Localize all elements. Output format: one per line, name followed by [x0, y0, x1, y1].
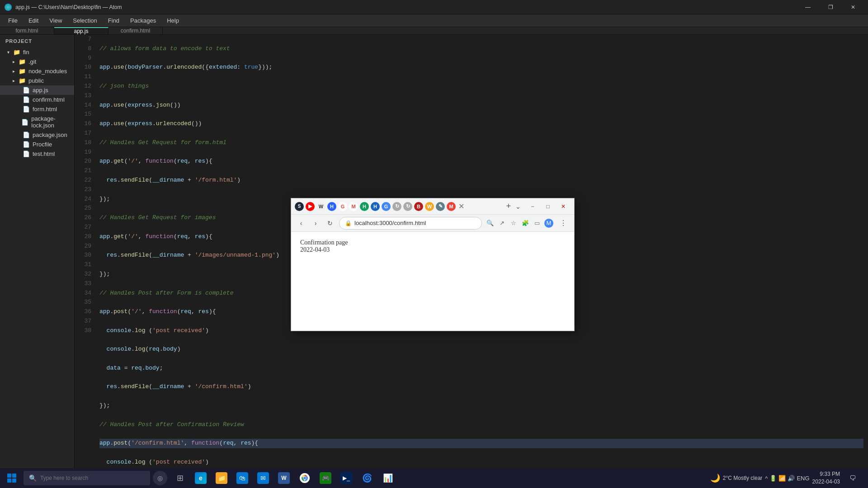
cortana-button[interactable]: ◎: [153, 471, 167, 485]
browser-tab-r2[interactable]: ↻: [403, 202, 412, 211]
code-line-12: // Handles Get Request for form.html: [99, 138, 863, 148]
taskbar-store[interactable]: 🛍: [232, 468, 252, 488]
search-input[interactable]: [40, 475, 144, 481]
menu-view[interactable]: View: [45, 15, 66, 26]
sidebar-item-label: confirm.html: [33, 96, 65, 103]
browser-tab-new: + ⌄: [504, 202, 523, 211]
browser-search-icon[interactable]: 🔍: [486, 219, 495, 228]
menu-file[interactable]: File: [4, 15, 22, 26]
browser-nav-bar: ‹ › ↻ 🔒 localhost:3000/confirm.html 🔍 ↗ …: [291, 215, 574, 232]
taskbar-task-view[interactable]: ⊞: [170, 468, 190, 488]
browser-tab-r1[interactable]: ↻: [392, 202, 401, 211]
taskbar-search-bar[interactable]: 🔍: [24, 471, 150, 485]
taskbar-edge[interactable]: e: [191, 468, 211, 488]
browser-tab-h3[interactable]: H: [371, 202, 380, 211]
sidebar-item-git[interactable]: ▸ 📁 .git: [0, 57, 74, 66]
sidebar-item-label: package-lock.json: [31, 115, 71, 129]
browser-tab-steam[interactable]: S: [295, 202, 304, 211]
terminal-icon: ▶_: [340, 472, 352, 484]
browser-close-tab[interactable]: ✕: [458, 202, 464, 211]
maximize-button[interactable]: ❐: [820, 0, 841, 14]
taskbar-mail[interactable]: ✉: [253, 468, 273, 488]
taskbar: 🔍 ◎ ⊞ e 📁 🛍 ✉: [0, 468, 868, 488]
tab-app-js[interactable]: app.js: [54, 27, 108, 34]
code-line-14: res.sendFile(__dirname + '/form.html'): [99, 176, 863, 185]
tab-expand-button[interactable]: ⌄: [514, 203, 523, 210]
menu-edit[interactable]: Edit: [24, 15, 43, 26]
tab-confirm-html[interactable]: confirm.html: [108, 27, 163, 34]
tray-expand[interactable]: ^: [765, 475, 768, 482]
taskbar-explorer[interactable]: 📁: [212, 468, 231, 488]
browser-url-bar[interactable]: 🔒 localhost:3000/confirm.html: [339, 217, 482, 230]
volume-icon[interactable]: 🔊: [788, 475, 795, 482]
file-icon: 📄: [23, 150, 30, 157]
browser-bookmark-icon[interactable]: ☆: [509, 219, 518, 228]
date-display: 2022-04-03: [812, 478, 840, 486]
browser-back-button[interactable]: ‹: [296, 218, 307, 229]
browser-maximize-button[interactable]: □: [541, 200, 555, 213]
browser-tab-brave[interactable]: B: [414, 202, 423, 211]
sidebar-item-package[interactable]: 📄 package.json: [0, 130, 74, 140]
browser-close-button[interactable]: ✕: [556, 200, 571, 213]
sidebar-item-fin[interactable]: ▾ 📁 fin: [0, 47, 74, 57]
sidebar-item-public[interactable]: ▸ 📁 public: [0, 76, 74, 85]
browser-tab-g-mail[interactable]: G: [338, 202, 347, 211]
browser-menu-button[interactable]: ⋮: [557, 217, 570, 230]
sidebar-item-node-modules[interactable]: ▸ 📁 node_modules: [0, 66, 74, 76]
chevron-right-icon: ▸: [13, 59, 15, 64]
browser-tab-youtube[interactable]: ▶: [306, 202, 315, 211]
sidebar-item-package-lock[interactable]: 📄 package-lock.json: [0, 114, 74, 130]
minimize-button[interactable]: —: [797, 0, 818, 14]
sidebar-item-confirm-html[interactable]: 📄 confirm.html: [0, 95, 74, 104]
browser-title-bar: S ▶ W H G M H H G ↻ ↻ B W ✎ M ✕ + ⌄ − □ …: [291, 198, 574, 215]
close-button[interactable]: ✕: [843, 0, 863, 14]
browser-tab-google[interactable]: G: [382, 202, 391, 211]
sidebar-item-app-js[interactable]: 📄 app.js: [0, 85, 74, 95]
word-icon: W: [278, 472, 290, 484]
sidebar-item-procfile[interactable]: 📄 Procfile: [0, 140, 74, 149]
sidebar-item-label: test.html: [33, 150, 55, 157]
browser-sidebar-icon[interactable]: ▭: [533, 219, 542, 228]
browser-content: Confirmation page 2022-04-03: [291, 232, 574, 331]
menu-packages[interactable]: Packages: [126, 15, 160, 26]
clock[interactable]: 9:33 PM 2022-04-03: [812, 470, 840, 486]
browser-tab-maps[interactable]: M: [349, 202, 358, 211]
file-icon: 📄: [23, 87, 30, 94]
menu-selection[interactable]: Selection: [68, 15, 101, 26]
browser-tab-h2[interactable]: H: [360, 202, 369, 211]
sidebar: Project ▾ 📁 fin ▸ 📁 .git ▸ 📁 node_module…: [0, 35, 75, 470]
weather-widget[interactable]: 🌙 2°C Mostly clear: [710, 473, 763, 483]
taskbar-unknown[interactable]: 📊: [378, 468, 398, 488]
notification-center[interactable]: 🗨: [843, 468, 863, 488]
browser-forward-button[interactable]: ›: [310, 218, 321, 229]
browser-extension-icon[interactable]: 🧩: [521, 219, 530, 228]
browser-tab-w[interactable]: W: [316, 202, 326, 211]
taskbar-chrome[interactable]: [295, 468, 315, 488]
browser-minimize-button[interactable]: −: [525, 200, 540, 213]
taskbar-terminal[interactable]: ▶_: [336, 468, 356, 488]
new-tab-button[interactable]: +: [504, 202, 513, 211]
browser-profile-icon[interactable]: M: [544, 219, 553, 228]
browser-tab-h1[interactable]: H: [327, 202, 336, 211]
sidebar-item-form-html[interactable]: 📄 form.html: [0, 104, 74, 114]
menu-help[interactable]: Help: [162, 15, 184, 26]
start-button[interactable]: [2, 468, 22, 488]
menu-find[interactable]: Find: [104, 15, 124, 26]
sidebar-item-test-html[interactable]: 📄 test.html: [0, 149, 74, 159]
system-tray: ^ 🔋 📶 🔊 ENG: [765, 475, 809, 482]
browser-share-icon[interactable]: ↗: [497, 219, 506, 228]
file-icon: 📄: [23, 96, 30, 103]
browser-tab-wikiwand[interactable]: W: [425, 202, 434, 211]
task-view-icon: ⊞: [177, 473, 184, 483]
title-bar-left: app.js — C:\Users\Nam\Desktop\fin — Atom: [5, 4, 122, 11]
browser-tab-gmail2[interactable]: M: [447, 202, 456, 211]
sidebar-item-label: public: [28, 77, 44, 84]
taskbar-gaming[interactable]: 🎮: [316, 468, 335, 488]
edge-icon: e: [195, 472, 207, 484]
taskbar-word[interactable]: W: [274, 468, 294, 488]
battery-icon: 🔋: [769, 475, 777, 482]
tab-form-html[interactable]: form.html: [0, 27, 54, 34]
browser-tab-pencil[interactable]: ✎: [436, 202, 445, 211]
taskbar-pinwheel[interactable]: 🌀: [357, 468, 377, 488]
browser-reload-button[interactable]: ↻: [325, 218, 335, 229]
